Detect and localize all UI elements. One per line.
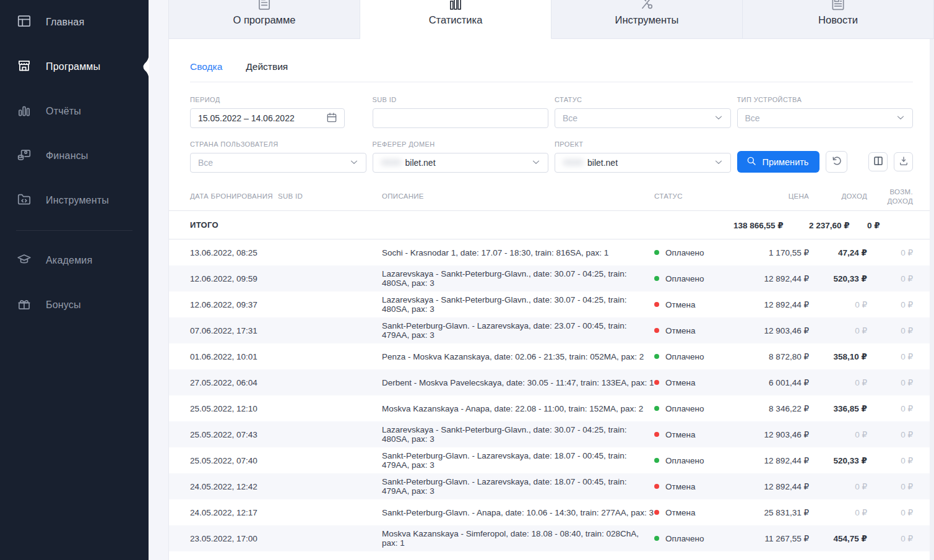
graduation-cap-icon <box>16 251 32 270</box>
columns-icon <box>873 155 884 168</box>
user-country-value: Все <box>198 158 348 168</box>
status-dot <box>654 432 659 437</box>
download-button[interactable] <box>894 152 913 171</box>
row-date: 23.05.2022, 17:00 <box>190 534 278 543</box>
row-income: 0 ₽ <box>809 299 867 309</box>
referer-domain-select[interactable]: bilet.net <box>373 153 549 173</box>
reset-icon <box>831 155 843 169</box>
status-select[interactable]: Все <box>555 108 731 128</box>
sidebar-item-tools[interactable]: Инструменты <box>0 178 149 223</box>
apply-button[interactable]: Применить <box>737 151 820 173</box>
row-price: 11 267,55 ₽ <box>733 533 809 543</box>
status-label: Отмена <box>665 430 695 439</box>
sidebar-item-label: Финансы <box>46 150 89 162</box>
column-header-price: ЦЕНА <box>733 192 809 201</box>
sidebar-item-programs[interactable]: Программы <box>0 45 149 89</box>
subtab-summary[interactable]: Сводка <box>190 61 222 72</box>
tab-tools[interactable]: Инструменты <box>551 0 743 39</box>
columns-settings-button[interactable] <box>868 152 888 171</box>
row-status: Отмена <box>654 508 733 517</box>
row-description: Penza - Moskva Kazanskaya, date: 02.06 -… <box>382 352 654 361</box>
status-dot <box>654 406 659 411</box>
row-description: Lazarevskaya - Sankt-Peterburg-Glavn., d… <box>382 295 654 314</box>
row-price: 8 872,80 ₽ <box>733 351 809 361</box>
sidebar-item-label: Инструменты <box>46 195 109 206</box>
row-description: Moskva Kazanskaya - Simferopol, date: 18… <box>382 529 654 548</box>
sidebar-divider <box>16 230 132 231</box>
document-icon <box>256 0 272 11</box>
filter-project: ПРОЕКТ bilet.net <box>555 140 731 173</box>
row-status: Оплачено <box>654 352 733 361</box>
row-date: 01.06.2022, 10:01 <box>190 352 278 361</box>
sidebar-item-label: Отчёты <box>46 106 81 117</box>
period-value: 15.05.2022 – 14.06.2022 <box>198 113 326 123</box>
sidebar-item-reports[interactable]: Отчёты <box>0 89 149 134</box>
row-description: Lazarevskaya - Sankt-Peterburg-Glavn., d… <box>382 425 654 444</box>
calendar-icon[interactable] <box>326 111 338 126</box>
row-description: Sankt-Peterburg-Glavn. - Lazarevskaya, d… <box>382 321 654 340</box>
sidebar-item-label: Программы <box>46 61 100 72</box>
filter-label: ПРОЕКТ <box>555 140 731 148</box>
column-header-status: СТАТУС <box>654 192 733 201</box>
row-possible-income: 0 ₽ <box>867 351 913 361</box>
row-income: 336,85 ₽ <box>809 403 867 413</box>
total-label: ИТОГО <box>190 220 278 230</box>
chevron-down-icon <box>348 157 360 170</box>
filter-label: SUB ID <box>373 96 549 103</box>
device-type-select[interactable]: Все <box>737 108 914 128</box>
apply-button-label: Применить <box>763 157 809 167</box>
status-label: Оплачено <box>665 534 704 543</box>
table-body: 13.06.2022, 08:25 Sochi - Krasnodar 1, d… <box>169 239 934 551</box>
finance-icon <box>16 147 32 165</box>
table-header: ДАТА БРОНИРОВАНИЯ SUB ID ОПИСАНИЕ СТАТУС… <box>169 183 934 211</box>
subtab-actions[interactable]: Действия <box>246 61 288 72</box>
row-description: Sankt-Peterburg-Glavn. - Anapa, date: 10… <box>382 508 654 517</box>
chevron-down-icon <box>713 112 724 125</box>
table-row: 12.06.2022, 09:37 Lazarevskaya - Sankt-P… <box>169 291 934 317</box>
row-date: 12.06.2022, 09:59 <box>190 274 278 283</box>
row-status: Отмена <box>654 378 733 387</box>
status-dot <box>654 328 659 333</box>
active-item-notch <box>141 51 149 83</box>
table-row: 23.05.2022, 17:00 Moskva Kazanskaya - Si… <box>169 525 934 551</box>
tab-statistics[interactable]: Статистика <box>360 0 551 39</box>
row-price: 8 346,22 ₽ <box>733 403 809 413</box>
sidebar-item-home[interactable]: Главная <box>0 0 149 45</box>
tab-about[interactable]: О программе <box>168 0 360 39</box>
row-income: 0 ₽ <box>809 377 867 387</box>
status-label: Отмена <box>665 482 695 491</box>
tab-news[interactable]: Новости <box>743 0 934 39</box>
status-label: Оплачено <box>665 274 704 283</box>
home-layout-icon <box>16 13 32 32</box>
scrollbar-track[interactable] <box>930 39 934 560</box>
filter-label: СТРАНА ПОЛЬЗОВАТЕЛЯ <box>190 140 366 148</box>
user-country-select[interactable]: Все <box>190 153 366 173</box>
project-select[interactable]: bilet.net <box>555 153 731 173</box>
sidebar-item-finance[interactable]: Финансы <box>0 134 149 178</box>
table-row: 25.05.2022, 07:40 Sankt-Peterburg-Glavn.… <box>169 447 934 473</box>
filter-referer-domain: РЕФЕРЕР ДОМЕН bilet.net <box>373 140 549 173</box>
censored-blur <box>381 159 402 166</box>
status-label: Оплачено <box>665 404 704 413</box>
status-label: Отмена <box>665 508 695 517</box>
sub-id-input[interactable] <box>373 108 549 128</box>
row-income: 47,24 ₽ <box>809 248 867 257</box>
row-possible-income: 0 ₽ <box>867 274 913 283</box>
bar-chart-icon <box>16 102 32 121</box>
row-income: 0 ₽ <box>809 325 867 335</box>
row-description: Sochi - Krasnodar 1, date: 17.07 - 18:30… <box>382 248 654 257</box>
statistics-panel: Сводка Действия ПЕРИОД 15.05.2022 – 14.0… <box>168 39 934 560</box>
row-possible-income: 0 ₽ <box>867 377 913 387</box>
row-possible-income: 0 ₽ <box>867 455 913 465</box>
sidebar-item-label: Главная <box>46 17 84 28</box>
period-input[interactable]: 15.05.2022 – 14.06.2022 <box>190 108 345 128</box>
row-possible-income: 0 ₽ <box>867 429 913 439</box>
column-header-description: ОПИСАНИЕ <box>382 192 654 201</box>
sidebar-item-academy[interactable]: Академия <box>0 238 149 283</box>
news-icon <box>830 0 846 11</box>
sidebar-item-label: Бонусы <box>46 299 81 311</box>
status-dot <box>654 250 659 255</box>
reset-filters-button[interactable] <box>826 151 847 173</box>
chevron-down-icon <box>530 157 542 170</box>
sidebar-item-bonuses[interactable]: Бонусы <box>0 283 149 327</box>
